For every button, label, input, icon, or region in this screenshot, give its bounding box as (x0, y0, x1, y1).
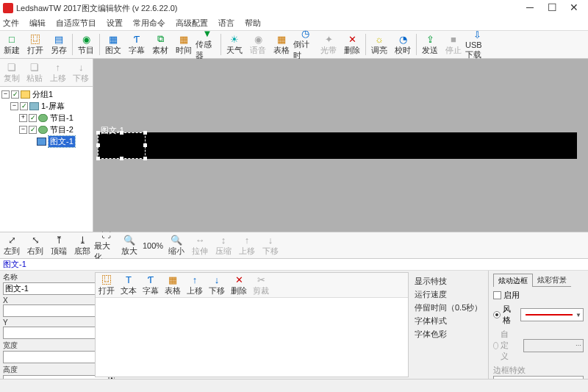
content-editor: ⿶打开T文本Ƭ字幕▦表格↑上移↓下移✕删除✂剪裁 (95, 272, 409, 377)
toolbar-另存[interactable]: ▤另存 (47, 31, 71, 58)
toolbar-右到[interactable]: ⤡右到 (24, 234, 47, 257)
style-select[interactable]: ▼ (520, 308, 584, 321)
y-input[interactable] (3, 327, 109, 339)
toolbar-天气[interactable]: ☀天气 (223, 31, 246, 58)
toolbar-文本[interactable]: T文本 (118, 273, 140, 297)
表格-icon: ▦ (167, 274, 179, 285)
toolbar-字幕[interactable]: Ƭ字幕 (125, 31, 148, 58)
tree-program-1[interactable]: +✓节目-1 (1, 112, 91, 124)
toolbar-校时[interactable]: ◔校时 (391, 31, 415, 58)
menu-settings[interactable]: 设置 (107, 18, 123, 29)
toolbar-调亮[interactable]: ☼调亮 (368, 31, 391, 58)
menu-common[interactable]: 常用命令 (133, 18, 165, 29)
custom-radio[interactable] (493, 342, 498, 349)
打开-icon: ⿶ (101, 274, 112, 285)
toolbar-倒计时[interactable]: ◷倒计时 (293, 31, 317, 58)
maximize-button[interactable]: ☐ (541, 1, 563, 15)
toolbar-左到[interactable]: ⤢左到 (0, 234, 24, 257)
toolbar-停止: ■停止 (442, 31, 465, 58)
顶端-icon: ⤒ (53, 234, 65, 246)
复制-icon: ❏ (6, 61, 18, 73)
tree-group[interactable]: −✓分组1 (1, 88, 91, 100)
toolbar-图文[interactable]: ▦图文 (101, 31, 125, 58)
properties-panel: 名称▲▼ X▲▼ Y▲▼ 宽度▲▼ 高度▲▼ (0, 271, 93, 379)
toolbar-上移[interactable]: ↑上移 (184, 273, 206, 297)
toolbar-放大[interactable]: 🔍放大 (118, 234, 141, 257)
preview-canvas[interactable]: 图文-1 (93, 59, 588, 232)
name-input[interactable] (3, 282, 109, 295)
menu-help[interactable]: 帮助 (245, 18, 261, 29)
toolbar-表格[interactable]: ▦表格 (270, 31, 293, 58)
menu-edit[interactable]: 编辑 (29, 18, 46, 29)
custom-select: ⋯ (523, 339, 584, 352)
menu-language[interactable]: 语言 (218, 18, 234, 29)
tree-screen[interactable]: −✓1-屏幕 (1, 100, 91, 112)
toolbar-100%[interactable]: 100% (141, 241, 165, 250)
border-panel: 炫动边框 炫彩背景 启用 风格 ▼ 自定义 ⋯ 边框特效 顺向转动▼ 移动步长 … (488, 271, 588, 379)
minimize-button[interactable]: ─ (519, 1, 541, 15)
window-title: LedshawTW 2017图文编辑软件 (v 22.6.22.0) (16, 3, 519, 14)
图文-icon: ▦ (107, 33, 119, 45)
toolbar-时间[interactable]: ▦时间 (172, 31, 196, 58)
tree-panel: −✓分组1 −✓1-屏幕 +✓节目-1 −✓节目-2 图文-1 (0, 87, 93, 232)
toolbar-缩小[interactable]: 🔍缩小 (165, 234, 188, 257)
toolbar-复制: ❏复制 (0, 59, 24, 86)
素材-icon: ⧉ (154, 33, 166, 45)
字幕-icon: Ƭ (131, 33, 143, 45)
menu-advanced[interactable]: 高级配置 (176, 18, 208, 29)
enable-checkbox[interactable] (493, 291, 501, 299)
toolbar-删除[interactable]: ✕删除 (340, 31, 364, 58)
toolbar-表格[interactable]: ▦表格 (162, 273, 184, 297)
另存-icon: ▤ (53, 33, 65, 45)
style-radio[interactable] (493, 311, 501, 318)
x-input[interactable] (3, 304, 109, 317)
toolbar-打开[interactable]: ⿶打开 (96, 273, 118, 297)
新建-icon: □ (6, 33, 18, 45)
toolbar-顶端[interactable]: ⤒顶端 (47, 234, 71, 257)
toolbar-字幕[interactable]: Ƭ字幕 (140, 273, 162, 297)
toolbar-USB下载[interactable]: ⇩USB下载 (465, 31, 489, 58)
发送-icon: ⇪ (424, 33, 436, 45)
调亮-icon: ☼ (373, 33, 385, 45)
toolbar-底部[interactable]: ⤓底部 (71, 234, 94, 257)
toolbar-上移: ↑上移 (235, 234, 259, 257)
toolbar-拉伸: ↔拉伸 (188, 234, 212, 257)
selection-box[interactable] (98, 132, 146, 159)
effect-panel: 显示特技 运行速度 停留时间（0.5秒） 字体样式 字体色彩 (410, 271, 488, 379)
缩小-icon: 🔍 (171, 234, 182, 246)
字幕-icon: Ƭ (145, 274, 157, 285)
toolbar-下移[interactable]: ↓下移 (206, 273, 228, 297)
tab-background[interactable]: 炫彩背景 (533, 274, 571, 287)
倒计时-icon: ◷ (299, 28, 311, 39)
width-input[interactable] (3, 351, 109, 363)
toolbar-语音: ◉语音 (246, 31, 270, 58)
tree-image-1[interactable]: 图文-1 (1, 135, 91, 147)
toolbar-新建[interactable]: □新建 (0, 31, 24, 58)
status-bar (0, 379, 588, 392)
editor-area[interactable] (96, 298, 408, 377)
toolbar-删除[interactable]: ✕删除 (228, 273, 250, 297)
toolbar-最大化[interactable]: ⛶最大化 (94, 229, 118, 263)
editor-toolbar: ⿶打开T文本Ƭ字幕▦表格↑上移↓下移✕删除✂剪裁 (96, 273, 408, 298)
bottom-title: 图文-1 (0, 259, 588, 271)
close-button[interactable]: ✕ (563, 1, 585, 15)
节目-icon: ◉ (80, 33, 92, 45)
menu-adaptive[interactable]: 自适应节目 (56, 18, 96, 29)
menu-file[interactable]: 文件 (3, 18, 19, 29)
左到-icon: ⤢ (6, 234, 18, 246)
toolbar-发送[interactable]: ⇪发送 (418, 31, 442, 58)
下移-icon: ↓ (265, 234, 276, 246)
语音-icon: ◉ (252, 33, 264, 45)
tree-program-2[interactable]: −✓节目-2 (1, 124, 91, 135)
led-panel (98, 132, 577, 159)
toolbar-打开[interactable]: ⿶打开 (24, 31, 47, 58)
tab-border[interactable]: 炫动边框 (493, 274, 533, 287)
toolbar-剪裁: ✂剪裁 (250, 273, 272, 297)
toolbar-传感器[interactable]: ▼传感器 (196, 31, 219, 58)
打开-icon: ⿶ (29, 33, 41, 45)
表格-icon: ▦ (276, 33, 287, 45)
天气-icon: ☀ (229, 33, 240, 45)
toolbar-节目[interactable]: ◉节目 (74, 31, 98, 58)
USB下载-icon: ⇩ (471, 29, 483, 40)
toolbar-素材[interactable]: ⧉素材 (148, 31, 172, 58)
